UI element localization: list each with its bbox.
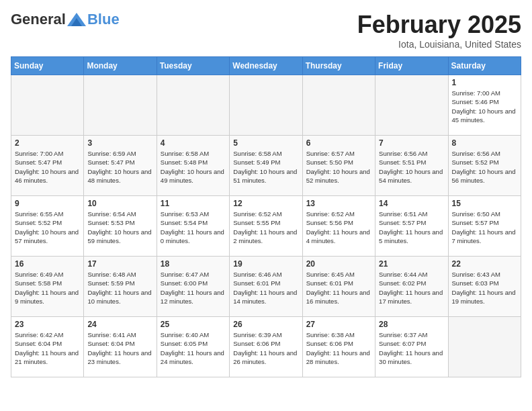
calendar-cell: 23Sunrise: 6:42 AM Sunset: 6:04 PM Dayli…	[11, 317, 84, 377]
day-number: 7	[379, 138, 444, 148]
calendar-week-row: 2Sunrise: 7:00 AM Sunset: 5:47 PM Daylig…	[11, 136, 521, 196]
day-info: Sunrise: 6:56 AM Sunset: 5:52 PM Dayligh…	[452, 149, 517, 185]
calendar-day-header: Sunday	[11, 57, 84, 75]
calendar-cell: 1Sunrise: 7:00 AM Sunset: 5:46 PM Daylig…	[448, 75, 521, 136]
day-number: 3	[87, 138, 152, 148]
day-number: 16	[15, 259, 80, 269]
day-info: Sunrise: 6:58 AM Sunset: 5:49 PM Dayligh…	[233, 149, 298, 185]
calendar-cell: 26Sunrise: 6:39 AM Sunset: 6:06 PM Dayli…	[230, 317, 302, 377]
day-number: 24	[87, 320, 152, 329]
calendar-cell: 7Sunrise: 6:56 AM Sunset: 5:51 PM Daylig…	[375, 136, 448, 196]
calendar-day-header: Thursday	[302, 57, 375, 75]
calendar-cell: 18Sunrise: 6:47 AM Sunset: 6:00 PM Dayli…	[157, 257, 229, 317]
day-number: 10	[87, 199, 152, 208]
calendar-cell: 11Sunrise: 6:53 AM Sunset: 5:54 PM Dayli…	[157, 196, 229, 257]
day-info: Sunrise: 6:39 AM Sunset: 6:06 PM Dayligh…	[233, 330, 298, 366]
calendar-cell: 4Sunrise: 6:58 AM Sunset: 5:48 PM Daylig…	[157, 136, 229, 196]
calendar-cell: 3Sunrise: 6:59 AM Sunset: 5:47 PM Daylig…	[84, 136, 157, 196]
day-number: 8	[452, 138, 517, 148]
day-info: Sunrise: 7:00 AM Sunset: 5:46 PM Dayligh…	[452, 89, 517, 124]
day-number: 13	[306, 199, 371, 208]
page-header: General Blue February 2025 Iota, Louisia…	[11, 11, 521, 50]
day-info: Sunrise: 6:48 AM Sunset: 5:59 PM Dayligh…	[87, 270, 152, 306]
day-info: Sunrise: 6:46 AM Sunset: 6:01 PM Dayligh…	[233, 270, 298, 306]
calendar-week-row: 23Sunrise: 6:42 AM Sunset: 6:04 PM Dayli…	[11, 317, 521, 377]
calendar-cell: 6Sunrise: 6:57 AM Sunset: 5:50 PM Daylig…	[302, 136, 375, 196]
calendar-cell: 27Sunrise: 6:38 AM Sunset: 6:06 PM Dayli…	[302, 317, 375, 377]
calendar-cell: 25Sunrise: 6:40 AM Sunset: 6:05 PM Dayli…	[157, 317, 229, 377]
calendar-cell	[302, 75, 375, 136]
day-info: Sunrise: 6:50 AM Sunset: 5:57 PM Dayligh…	[452, 210, 517, 245]
calendar-cell: 14Sunrise: 6:51 AM Sunset: 5:57 PM Dayli…	[375, 196, 448, 257]
day-number: 9	[15, 199, 80, 208]
day-number: 6	[306, 138, 371, 148]
day-number: 5	[233, 138, 298, 148]
day-number: 26	[233, 320, 298, 329]
day-info: Sunrise: 6:47 AM Sunset: 6:00 PM Dayligh…	[161, 270, 226, 306]
day-number: 20	[306, 259, 371, 269]
day-info: Sunrise: 6:52 AM Sunset: 5:56 PM Dayligh…	[306, 210, 371, 245]
logo: General Blue	[11, 11, 120, 28]
calendar-cell: 24Sunrise: 6:41 AM Sunset: 6:04 PM Dayli…	[84, 317, 157, 377]
location-text: Iota, Louisiana, United States	[357, 39, 521, 50]
day-info: Sunrise: 6:40 AM Sunset: 6:05 PM Dayligh…	[161, 330, 226, 366]
calendar-cell: 22Sunrise: 6:43 AM Sunset: 6:03 PM Dayli…	[448, 257, 521, 317]
day-info: Sunrise: 6:41 AM Sunset: 6:04 PM Dayligh…	[87, 330, 152, 366]
day-info: Sunrise: 6:42 AM Sunset: 6:04 PM Dayligh…	[15, 330, 80, 366]
calendar-day-header: Tuesday	[157, 57, 229, 75]
calendar-week-row: 16Sunrise: 6:49 AM Sunset: 5:58 PM Dayli…	[11, 257, 521, 317]
day-info: Sunrise: 6:56 AM Sunset: 5:51 PM Dayligh…	[379, 149, 444, 185]
day-number: 17	[87, 259, 152, 269]
calendar-cell	[84, 75, 157, 136]
calendar-day-header: Saturday	[448, 57, 521, 75]
calendar-cell: 15Sunrise: 6:50 AM Sunset: 5:57 PM Dayli…	[448, 196, 521, 257]
day-info: Sunrise: 6:43 AM Sunset: 6:03 PM Dayligh…	[452, 270, 517, 306]
calendar-cell	[448, 317, 521, 377]
calendar-cell: 12Sunrise: 6:52 AM Sunset: 5:55 PM Dayli…	[230, 196, 302, 257]
calendar-cell: 19Sunrise: 6:46 AM Sunset: 6:01 PM Dayli…	[230, 257, 302, 317]
day-number: 11	[161, 199, 226, 208]
day-info: Sunrise: 6:44 AM Sunset: 6:02 PM Dayligh…	[379, 270, 444, 306]
day-number: 12	[233, 199, 298, 208]
month-title: February 2025	[357, 11, 521, 39]
day-info: Sunrise: 6:37 AM Sunset: 6:07 PM Dayligh…	[379, 330, 444, 366]
day-number: 27	[306, 320, 371, 329]
day-info: Sunrise: 7:00 AM Sunset: 5:47 PM Dayligh…	[15, 149, 80, 185]
day-info: Sunrise: 6:53 AM Sunset: 5:54 PM Dayligh…	[161, 210, 226, 245]
day-info: Sunrise: 6:49 AM Sunset: 5:58 PM Dayligh…	[15, 270, 80, 306]
day-info: Sunrise: 6:58 AM Sunset: 5:48 PM Dayligh…	[161, 149, 226, 185]
calendar-day-header: Monday	[84, 57, 157, 75]
day-info: Sunrise: 6:52 AM Sunset: 5:55 PM Dayligh…	[233, 210, 298, 245]
day-number: 21	[379, 259, 444, 269]
day-number: 23	[15, 320, 80, 329]
calendar-cell	[157, 75, 229, 136]
day-number: 15	[452, 199, 517, 208]
logo-icon	[67, 13, 86, 26]
calendar-header-row: SundayMondayTuesdayWednesdayThursdayFrid…	[11, 57, 521, 75]
calendar-cell	[230, 75, 302, 136]
calendar-cell: 9Sunrise: 6:55 AM Sunset: 5:52 PM Daylig…	[11, 196, 84, 257]
day-info: Sunrise: 6:38 AM Sunset: 6:06 PM Dayligh…	[306, 330, 371, 366]
day-number: 4	[161, 138, 226, 148]
calendar-cell: 16Sunrise: 6:49 AM Sunset: 5:58 PM Dayli…	[11, 257, 84, 317]
logo-general-text: General	[11, 11, 66, 28]
calendar-week-row: 1Sunrise: 7:00 AM Sunset: 5:46 PM Daylig…	[11, 75, 521, 136]
day-info: Sunrise: 6:59 AM Sunset: 5:47 PM Dayligh…	[87, 149, 152, 185]
calendar-cell: 10Sunrise: 6:54 AM Sunset: 5:53 PM Dayli…	[84, 196, 157, 257]
calendar-week-row: 9Sunrise: 6:55 AM Sunset: 5:52 PM Daylig…	[11, 196, 521, 257]
calendar-cell: 28Sunrise: 6:37 AM Sunset: 6:07 PM Dayli…	[375, 317, 448, 377]
day-number: 1	[452, 78, 517, 87]
day-info: Sunrise: 6:51 AM Sunset: 5:57 PM Dayligh…	[379, 210, 444, 245]
day-info: Sunrise: 6:54 AM Sunset: 5:53 PM Dayligh…	[87, 210, 152, 245]
calendar-table: SundayMondayTuesdayWednesdayThursdayFrid…	[11, 56, 521, 377]
calendar-cell	[11, 75, 84, 136]
calendar-cell: 5Sunrise: 6:58 AM Sunset: 5:49 PM Daylig…	[230, 136, 302, 196]
calendar-cell: 20Sunrise: 6:45 AM Sunset: 6:01 PM Dayli…	[302, 257, 375, 317]
day-info: Sunrise: 6:57 AM Sunset: 5:50 PM Dayligh…	[306, 149, 371, 185]
day-number: 28	[379, 320, 444, 329]
logo-blue-text: Blue	[87, 11, 120, 28]
calendar-day-header: Friday	[375, 57, 448, 75]
calendar-cell: 8Sunrise: 6:56 AM Sunset: 5:52 PM Daylig…	[448, 136, 521, 196]
calendar-day-header: Wednesday	[230, 57, 302, 75]
calendar-cell: 21Sunrise: 6:44 AM Sunset: 6:02 PM Dayli…	[375, 257, 448, 317]
